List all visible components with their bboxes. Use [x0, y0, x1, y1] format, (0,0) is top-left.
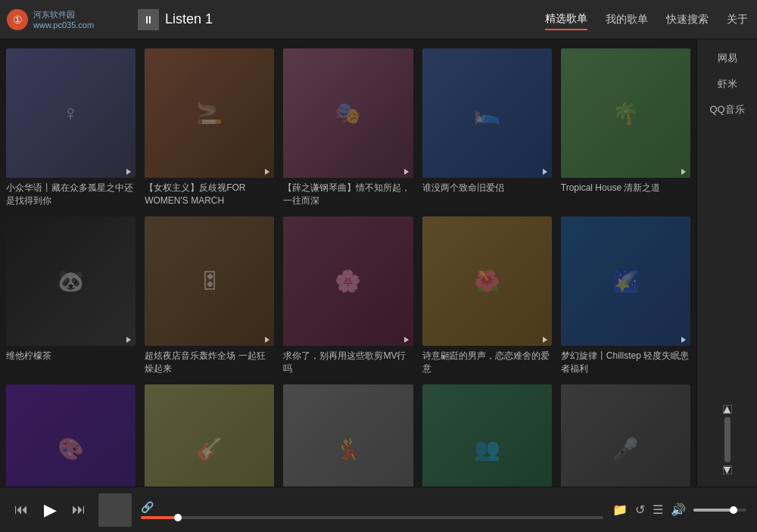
- nav-menu: 精选歌单 我的歌单 快速搜索 关于: [545, 9, 748, 30]
- playlist-thumbnail: 🎸: [145, 384, 274, 487]
- player-bar: ⏮ ▶ ⏭ 🔗 📁 ↺ ☰ 🔊: [0, 487, 757, 532]
- svg-text:①: ①: [13, 14, 23, 26]
- scroll-up-btn[interactable]: ▲: [723, 405, 732, 414]
- playlist-grid: ♀小众华语丨藏在众多孤星之中还是找得到你🚬【女权主义】反歧视FOR WOMEN'…: [0, 39, 696, 487]
- playlist-item[interactable]: 🎭【薛之谦钢琴曲】情不知所起，一往而深: [283, 48, 413, 207]
- playlist-item[interactable]: 🛌谁没两个致命旧爱侣: [422, 48, 552, 207]
- playlist-title: 维他柠檬茶: [6, 350, 136, 362]
- playlist-thumbnail: 🚬: [145, 48, 274, 178]
- playlist-item[interactable]: 🎨『日系/ACG』打破次元壁: [6, 384, 136, 487]
- nav-featured[interactable]: 精选歌单: [545, 9, 587, 30]
- playlist-title: 求你了，别再用这些歌剪MV行吗: [283, 350, 413, 375]
- play-count: [126, 337, 131, 343]
- watermark-text: 河东软件园 www.pc035.com: [33, 9, 94, 31]
- folder-button[interactable]: 📁: [612, 502, 628, 517]
- source-qq[interactable]: QQ音乐: [697, 97, 757, 123]
- playlist-thumbnail: 👥: [422, 384, 552, 487]
- play-count: [681, 169, 686, 175]
- nav-about[interactable]: 关于: [727, 10, 748, 30]
- next-button[interactable]: ⏭: [68, 499, 89, 521]
- watermark-logo-icon: ①: [6, 8, 29, 31]
- album-thumbnail: [98, 493, 132, 527]
- progress-area: 🔗: [141, 501, 603, 519]
- playlist-item[interactable]: 💃【鱼语】不得不听的一些歌: [283, 384, 413, 487]
- play-count: [404, 337, 409, 343]
- playlist-thumbnail: 🌸: [283, 216, 413, 346]
- playlist-button[interactable]: ☰: [653, 502, 663, 517]
- playlist-title: 梦幻旋律丨Chillstep 轻度失眠患者福利: [561, 350, 690, 375]
- app-title: Listen 1: [165, 11, 213, 27]
- link-icon: 🔗: [141, 501, 154, 513]
- volume-fill: [693, 509, 734, 512]
- playlist-thumbnail: 🌠: [561, 216, 690, 346]
- play-count: [404, 169, 409, 175]
- playlist-thumbnail: 🛌: [422, 48, 552, 178]
- play-count: [126, 169, 131, 175]
- volume-dot: [730, 506, 737, 514]
- playlist-title: 谁没两个致命旧爱侣: [422, 182, 552, 194]
- scroll-down-btn[interactable]: ▼: [723, 465, 732, 474]
- progress-bar[interactable]: [141, 516, 603, 519]
- playlist-thumbnail: 💃: [283, 384, 413, 487]
- playlist-thumbnail: ♀: [6, 48, 136, 178]
- repeat-button[interactable]: ↺: [635, 502, 645, 517]
- pause-indicator[interactable]: ⏸: [138, 9, 159, 30]
- playlist-item[interactable]: ♀小众华语丨藏在众多孤星之中还是找得到你: [6, 48, 136, 207]
- volume-icon: 🔊: [671, 502, 686, 517]
- playlist-thumbnail: 🎤: [561, 384, 690, 487]
- playlist-item[interactable]: 🎛超炫夜店音乐轰炸全场 一起狂燥起来: [145, 216, 274, 375]
- playlist-item[interactable]: 🎸吉他丨起风的日子淅沥: [145, 384, 274, 487]
- playlist-title: Tropical House 清新之道: [561, 182, 690, 194]
- prev-button[interactable]: ⏮: [11, 499, 32, 521]
- playlist-item[interactable]: 🎤原来忘我的泪 别大哭: [561, 384, 690, 487]
- source-xiami[interactable]: 虾米: [697, 71, 757, 97]
- playlist-item[interactable]: 🌴Tropical House 清新之道: [561, 48, 690, 207]
- playlist-thumbnail: 🌴: [561, 48, 690, 178]
- play-count: [681, 337, 686, 343]
- playlist-item[interactable]: 🌺诗意翩跹的男声，恋恋难舍的爱意: [422, 216, 552, 375]
- top-bar: ① 河东软件园 www.pc035.com ⏸ Listen 1 精选歌单 我的…: [0, 0, 757, 39]
- play-count: [265, 337, 269, 343]
- player-controls: ⏮ ▶ ⏭: [11, 499, 89, 521]
- playlist-item[interactable]: 🌸求你了，别再用这些歌剪MV行吗: [283, 216, 413, 375]
- nav-search[interactable]: 快速搜索: [666, 10, 709, 30]
- scrollbar-thumb[interactable]: [724, 417, 731, 462]
- volume-bar[interactable]: [693, 509, 746, 512]
- playlist-thumbnail: 🌺: [422, 216, 552, 346]
- playlist-title: 小众华语丨藏在众多孤星之中还是找得到你: [6, 182, 136, 207]
- playlist-thumbnail: 🎛: [145, 216, 274, 346]
- playlist-item[interactable]: 🚬【女权主义】反歧视FOR WOMEN'S MARCH: [145, 48, 274, 207]
- main-area: ♀小众华语丨藏在众多孤星之中还是找得到你🚬【女权主义】反歧视FOR WOMEN'…: [0, 39, 757, 487]
- right-sidebar: 网易 虾米 QQ音乐 ▲ ▼: [696, 39, 757, 487]
- playlist-thumbnail: 🎭: [283, 48, 413, 178]
- right-controls: 📁 ↺ ☰ 🔊: [612, 502, 746, 517]
- progress-fill: [141, 516, 178, 519]
- playlist-title: 诗意翩跹的男声，恋恋难舍的爱意: [422, 350, 552, 375]
- playlist-title: 【薛之谦钢琴曲】情不知所起，一往而深: [283, 182, 413, 207]
- source-wangyi[interactable]: 网易: [697, 45, 757, 71]
- playlist-title: 超炫夜店音乐轰炸全场 一起狂燥起来: [145, 350, 274, 375]
- play-count: [543, 169, 547, 175]
- watermark: ① 河东软件园 www.pc035.com: [0, 0, 136, 39]
- playlist-thumbnail: 🎨: [6, 384, 136, 487]
- nav-my-playlist[interactable]: 我的歌单: [606, 10, 648, 30]
- play-count: [265, 169, 269, 175]
- playlist-item[interactable]: 🐼维他柠檬茶: [6, 216, 136, 375]
- play-button[interactable]: ▶: [39, 499, 61, 521]
- playlist-title: 【女权主义】反歧视FOR WOMEN'S MARCH: [145, 182, 274, 207]
- playlist-item[interactable]: 👥自带电离 你可能有个美丽的误会: [422, 384, 552, 487]
- playlist-item[interactable]: 🌠梦幻旋律丨Chillstep 轻度失眠患者福利: [561, 216, 690, 375]
- playlist-thumbnail: 🐼: [6, 216, 136, 346]
- progress-dot: [174, 514, 182, 521]
- play-count: [543, 337, 547, 343]
